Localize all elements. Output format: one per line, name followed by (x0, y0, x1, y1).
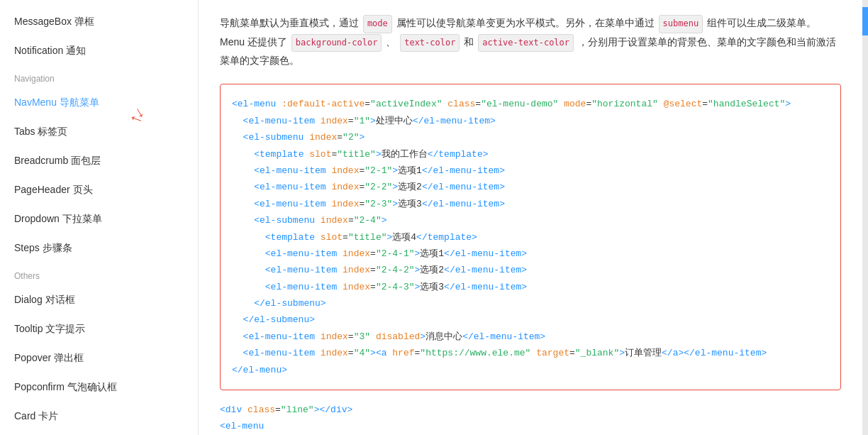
code-tag-bg-color: background-color (291, 34, 382, 53)
sidebar-item-popover[interactable]: Popover 弹出框 (0, 343, 198, 373)
sidebar-item-tabs[interactable]: Tabs 标签页 (0, 117, 198, 146)
sidebar-item-pageheader[interactable]: PageHeader 页头 (0, 175, 198, 204)
code-line-1: <el-menu :default-active="activeIndex" c… (232, 96, 829, 112)
sidebar-item-tooltip[interactable]: Tooltip 文字提示 (0, 314, 198, 343)
sidebar-section-navigation: Navigation (0, 65, 198, 88)
sidebar-item-card[interactable]: Card 卡片 (0, 402, 198, 431)
code-tag-text-color: text-color (400, 34, 460, 53)
sidebar: MessageBox 弹框 Notification 通知 Navigation… (0, 0, 199, 435)
sidebar-item-popconfirm[interactable]: Popconfirm 气泡确认框 (0, 373, 198, 402)
code-line-5: <el-menu-item index="2-1">选项1</el-menu-i… (232, 163, 829, 179)
code-tag-submenu: submenu (659, 15, 703, 33)
code-tag-active-text-color: active-text-color (478, 34, 574, 53)
right-scrollbar[interactable] (862, 0, 868, 435)
code-line-14: </el-submenu> (232, 312, 829, 328)
code-line-17: </el-menu> (232, 362, 829, 378)
code-line-6: <el-menu-item index="2-2">选项2</el-menu-i… (232, 179, 829, 195)
code-line-9: <template slot="title">选项4</template> (232, 229, 829, 246)
sidebar-item-dialog[interactable]: Dialog 对话框 (0, 285, 198, 314)
sidebar-section-others: Others (0, 263, 198, 285)
main-content: → 导航菜单默认为垂直模式，通过 mode 属性可以使导航菜单变更为水平模式。另… (199, 0, 862, 435)
code-line-3: <el-submenu index="2"> (232, 129, 829, 145)
code-line-12: <el-menu-item index="2-4-3">选项3</el-menu… (232, 279, 829, 295)
code-line-11: <el-menu-item index="2-4-2">选项2</el-menu… (232, 262, 829, 278)
code-line-2: <el-menu-item index="1">处理中心</el-menu-it… (232, 113, 829, 129)
sidebar-item-navmenu[interactable]: NavMenu 导航菜单 (0, 88, 198, 117)
scrollbar-thumb[interactable] (862, 7, 868, 35)
code-line-13: </el-submenu> (232, 295, 829, 312)
code-line-4: <template slot="title">我的工作台</template> (232, 146, 829, 163)
sidebar-item-notification[interactable]: Notification 通知 (0, 36, 198, 65)
code-line-2-1: <div class="line"></div> (220, 402, 841, 418)
sidebar-item-breadcrumb[interactable]: Breadcrumb 面包层 (0, 146, 198, 175)
code-line-10: <el-menu-item index="2-4-1">选项1</el-menu… (232, 246, 829, 262)
code-line-8: <el-submenu index="2-4"> (232, 212, 829, 228)
description-text: 导航菜单默认为垂直模式，通过 mode 属性可以使导航菜单变更为水平模式。另外，… (220, 14, 841, 70)
code-line-2-2: <el-menu (220, 418, 841, 434)
code-line-15: <el-menu-item index="3" disabled>消息中心</e… (232, 329, 829, 345)
sidebar-item-dropdown[interactable]: Dropdown 下拉菜单 (0, 204, 198, 233)
code-line-7: <el-menu-item index="2-3">选项3</el-menu-i… (232, 196, 829, 212)
sidebar-item-messagebox[interactable]: MessageBox 弹框 (0, 7, 198, 36)
sidebar-item-steps[interactable]: Steps 步骤条 (0, 233, 198, 263)
code-block-secondary: <div class="line"></div> <el-menu :defau… (220, 402, 841, 435)
code-block-main: <el-menu :default-active="activeIndex" c… (220, 84, 841, 390)
code-line-16: <el-menu-item index="4"><a href="https:/… (232, 345, 829, 361)
code-tag-mode: mode (363, 15, 392, 33)
